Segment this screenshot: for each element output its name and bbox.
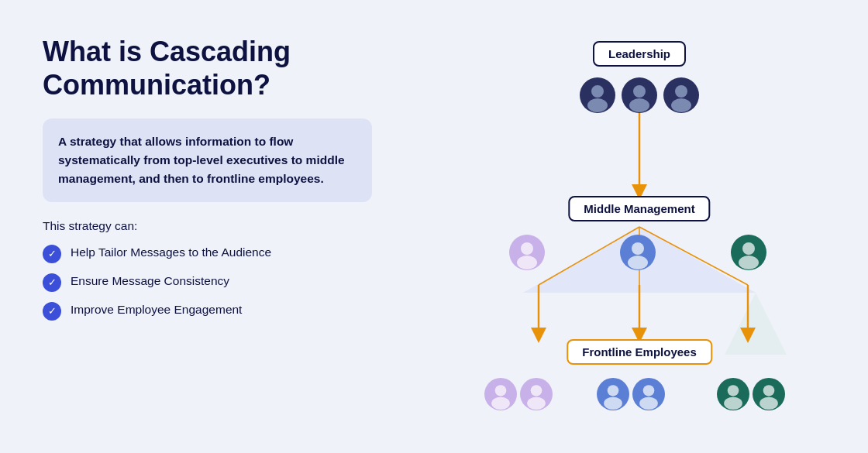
bullet-list: ✓ Help Tailor Messages to the Audience ✓… [43,244,372,321]
bullet-text-1: Help Tailor Messages to the Audience [71,244,271,261]
avatar-frontline-p1 [484,378,517,410]
check-icon-1: ✓ [43,245,61,263]
frontline-avatars-purple [484,378,553,410]
left-panel: What is Cascading Communication? A strat… [0,0,411,453]
avatar-middle-left [509,235,545,270]
right-panel: Leadership Middle [411,0,868,453]
diagram: Leadership Middle [477,29,802,432]
frontline-employees-box: Frontline Employees [567,339,712,365]
svg-point-44 [760,396,778,409]
avatar-frontline-t1 [717,378,749,410]
bullet-text-2: Ensure Message Consistency [71,273,229,290]
bullet-text-3: Improve Employee Engagement [71,301,242,318]
svg-point-20 [517,256,537,269]
avatar-frontline-t2 [753,378,785,410]
list-item: ✓ Improve Employee Engagement [43,301,372,321]
list-item: ✓ Help Tailor Messages to the Audience [43,244,372,263]
leadership-avatars [580,77,699,113]
frontline-avatars-teal [717,378,785,410]
svg-point-19 [521,242,533,255]
svg-point-31 [531,385,542,396]
avatar-frontline-b2 [632,378,665,410]
svg-marker-1 [725,293,787,355]
svg-point-14 [629,98,649,112]
svg-point-16 [675,85,687,98]
definition-box: A strategy that allows information to fl… [43,118,372,202]
svg-point-41 [724,396,742,409]
svg-point-25 [742,242,755,255]
svg-point-13 [633,85,646,98]
avatar-frontline-p2 [520,378,553,410]
svg-point-23 [628,256,648,269]
svg-point-22 [632,242,644,255]
avatar-middle-right [731,235,766,270]
svg-point-37 [643,385,655,396]
leadership-box: Leadership [593,41,686,67]
svg-point-40 [728,385,739,396]
avatar-leader-2 [622,77,657,113]
middle-avatar-center [620,235,656,273]
svg-point-35 [604,396,622,409]
strategy-intro: This strategy can: [43,219,372,233]
page-title: What is Cascading Communication? [43,35,372,101]
svg-point-28 [495,385,507,396]
list-item: ✓ Ensure Message Consistency [43,273,372,292]
check-icon-2: ✓ [43,273,61,292]
svg-point-32 [527,396,546,409]
svg-point-10 [591,85,604,98]
svg-point-43 [763,385,775,396]
svg-point-17 [671,98,691,112]
check-icon-3: ✓ [43,302,61,321]
avatar-leader-1 [580,77,615,113]
svg-point-11 [587,98,608,112]
middle-avatar-right [731,235,766,273]
avatar-leader-3 [663,77,699,113]
middle-management-box: Middle Management [568,196,710,221]
svg-point-29 [491,396,510,409]
svg-point-26 [739,256,759,269]
definition-text: A strategy that allows information to fl… [58,132,356,188]
svg-point-38 [639,396,658,409]
svg-point-34 [608,385,619,396]
frontline-avatars-blue [597,378,665,410]
middle-avatar-left [509,235,545,273]
avatar-middle-center [620,235,656,270]
avatar-frontline-b1 [597,378,629,410]
